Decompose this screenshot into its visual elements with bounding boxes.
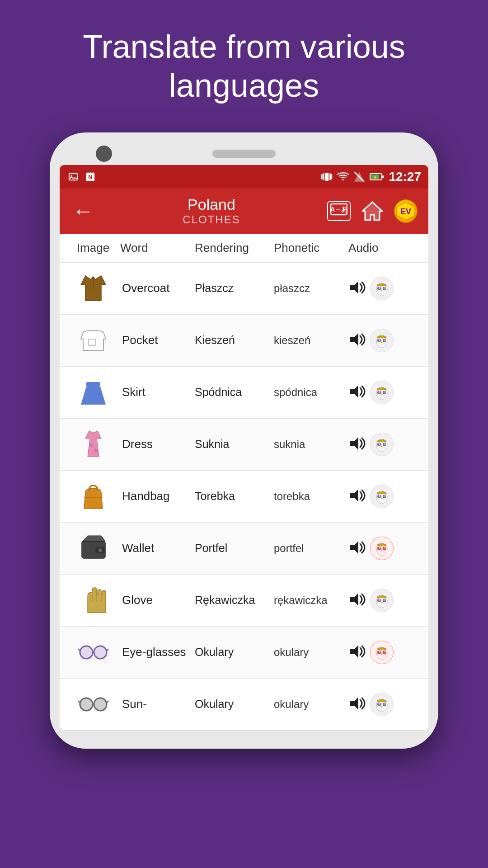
play-audio-button-8[interactable]	[348, 695, 367, 713]
row-rendering-6: Rękawiczka	[195, 594, 274, 607]
svg-marker-23	[350, 281, 358, 294]
ev-badge-button[interactable]: EV	[392, 198, 419, 225]
header-word: Word	[120, 241, 195, 255]
row-phonetic-0: płaszcz	[274, 282, 348, 295]
signal-icon	[353, 171, 365, 183]
owl-button-5[interactable]	[370, 537, 394, 560]
row-rendering-7: Okulary	[195, 646, 274, 659]
svg-point-33	[385, 284, 386, 286]
svg-point-44	[377, 336, 379, 338]
svg-point-53	[379, 391, 380, 392]
translate-icon: A→あ	[327, 201, 351, 221]
row-rendering-3: Suknia	[195, 438, 274, 451]
owl-button-6[interactable]	[370, 589, 394, 612]
owl-button-3[interactable]	[370, 433, 394, 456]
svg-rect-13	[382, 175, 384, 178]
row-image-2	[66, 375, 120, 409]
home-button[interactable]	[359, 198, 386, 225]
owl-button-4[interactable]	[370, 485, 394, 508]
owl-button-2[interactable]	[370, 381, 394, 404]
row-word-7: Eye-glasses	[120, 645, 195, 659]
svg-point-45	[385, 336, 386, 338]
row-image-3	[66, 427, 120, 461]
svg-point-78	[379, 495, 380, 496]
back-button[interactable]: ←	[69, 195, 98, 227]
row-word-8: Sun-	[120, 697, 195, 711]
table-row: Skirt Spódnica spódnica	[60, 367, 428, 419]
status-image-icon	[67, 172, 80, 182]
row-phonetic-3: suknia	[274, 438, 348, 451]
owl-button-7[interactable]	[370, 641, 394, 664]
country-title: Poland	[107, 196, 316, 213]
page-title: Translate from various languages	[47, 27, 441, 105]
svg-text:⚡: ⚡	[373, 175, 378, 180]
header-audio: Audio	[348, 241, 407, 255]
play-audio-button-6[interactable]	[348, 591, 367, 609]
play-audio-button-5[interactable]	[348, 539, 367, 557]
play-audio-button-0[interactable]	[348, 279, 367, 297]
table-row: Handbag Torebka torebka	[60, 471, 428, 523]
row-audio-8	[348, 693, 407, 716]
table-row: Overcoat Płaszcz płaszcz	[60, 263, 428, 315]
row-audio-3	[348, 433, 407, 456]
svg-point-142	[379, 703, 380, 704]
svg-point-93	[385, 547, 386, 548]
owl-button-1[interactable]	[370, 329, 394, 352]
row-phonetic-8: okulary	[274, 698, 348, 711]
row-rendering-0: Płaszcz	[195, 282, 274, 295]
row-rendering-5: Portfel	[195, 542, 274, 555]
row-word-0: Overcoat	[120, 281, 195, 295]
app-bar-title: Poland CLOTHES	[107, 196, 316, 226]
phone-notch	[60, 145, 428, 165]
svg-point-107	[385, 599, 386, 600]
play-audio-button-4[interactable]	[348, 487, 367, 505]
svg-line-133	[107, 701, 108, 703]
svg-point-110	[385, 596, 386, 598]
play-audio-button-3[interactable]	[348, 435, 367, 453]
play-audio-button-7[interactable]	[348, 643, 367, 661]
row-phonetic-7: okulary	[274, 646, 348, 659]
svg-point-59	[94, 449, 98, 453]
svg-marker-100	[350, 593, 358, 606]
svg-line-115	[107, 649, 108, 651]
row-word-4: Handbag	[120, 489, 195, 503]
svg-point-96	[385, 544, 386, 546]
row-image-4	[66, 479, 120, 513]
svg-marker-19	[362, 202, 382, 220]
row-rendering-4: Torebka	[195, 490, 274, 503]
svg-point-67	[385, 443, 386, 444]
svg-line-132	[78, 701, 80, 703]
svg-point-42	[385, 339, 386, 340]
owl-button-0[interactable]	[370, 277, 394, 300]
svg-point-32	[377, 284, 379, 286]
phone-frame: N	[50, 132, 438, 749]
owl-button-8[interactable]	[370, 693, 394, 716]
row-image-1	[66, 323, 120, 357]
svg-point-127	[377, 648, 379, 650]
row-word-5: Wallet	[120, 541, 195, 555]
play-audio-button-1[interactable]	[348, 331, 367, 349]
header-image: Image	[66, 241, 120, 255]
translate-button[interactable]: A→あ	[325, 198, 352, 225]
table-row: Wallet Portfel portfel	[60, 523, 428, 575]
table-row: Sun- Okulary okulary	[60, 679, 428, 731]
wifi-icon	[337, 171, 349, 183]
play-audio-button-2[interactable]	[348, 383, 367, 401]
svg-marker-136	[350, 697, 358, 710]
row-word-6: Glove	[120, 593, 195, 607]
phone-speaker	[212, 150, 276, 158]
header-rendering: Rendering	[195, 241, 274, 255]
svg-rect-4	[325, 173, 329, 180]
svg-point-145	[377, 700, 379, 702]
svg-marker-47	[350, 385, 358, 398]
svg-point-79	[385, 495, 386, 496]
battery-icon: ⚡	[370, 171, 384, 183]
status-right-icons: ⚡ 12:27	[321, 170, 421, 184]
svg-rect-117	[95, 646, 106, 658]
row-phonetic-6: rękawiczka	[274, 594, 348, 607]
row-audio-7	[348, 641, 407, 664]
svg-point-92	[379, 547, 380, 548]
svg-marker-118	[350, 645, 358, 658]
row-image-8	[66, 687, 120, 721]
row-phonetic-5: portfel	[274, 542, 348, 555]
